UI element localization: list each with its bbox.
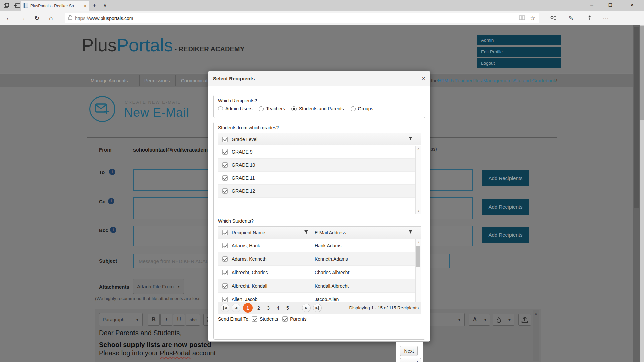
add-recipients-cc-button[interactable]: Add Recipients bbox=[482, 199, 529, 215]
web-note-pen-icon[interactable]: ✎ bbox=[564, 11, 578, 25]
send-parents-checkbox[interactable] bbox=[282, 316, 288, 322]
window-minimize-button[interactable]: – bbox=[584, 0, 599, 10]
student-checkbox[interactable] bbox=[222, 270, 228, 275]
grades-select-all-checkbox[interactable] bbox=[222, 137, 228, 142]
font-color-caret-icon[interactable]: ▼ bbox=[481, 318, 490, 322]
radio-groups[interactable] bbox=[351, 106, 356, 111]
grades-scroll-up-icon[interactable]: ∧ bbox=[416, 147, 421, 150]
send-students-label[interactable]: Students bbox=[260, 316, 278, 322]
next-button[interactable]: Next bbox=[400, 346, 418, 356]
grades-scroll-down-icon[interactable]: ∨ bbox=[416, 209, 421, 213]
nav-manage-accounts[interactable]: Manage Accounts bbox=[91, 74, 128, 88]
set-aside-tabs-icon[interactable] bbox=[3, 3, 9, 10]
grades-scrollbar[interactable]: ∧ ∨ bbox=[415, 146, 421, 214]
highlight-caret-icon[interactable]: ▼ bbox=[505, 318, 514, 322]
radio-groups-label[interactable]: Groups bbox=[358, 106, 373, 111]
editor-scroll-up-icon[interactable]: ∧ bbox=[533, 310, 539, 315]
bold-button[interactable]: B bbox=[148, 314, 160, 326]
upload-image-icon[interactable] bbox=[518, 314, 531, 326]
grade-row[interactable]: GRADE 11 bbox=[218, 172, 421, 185]
students-scroll-up-icon[interactable]: ∧ bbox=[416, 241, 421, 244]
radio-teachers-label[interactable]: Teachers bbox=[266, 106, 285, 111]
grade-checkbox[interactable] bbox=[222, 149, 228, 155]
grade-row[interactable]: GRADE 9 bbox=[218, 145, 421, 159]
browser-scrollbar-thumb[interactable] bbox=[640, 26, 644, 120]
pager-page-2[interactable]: 2 bbox=[255, 305, 262, 311]
home-icon[interactable]: ⌂ bbox=[44, 11, 58, 25]
student-checkbox[interactable] bbox=[222, 283, 228, 289]
nav-communicate[interactable]: Communicate bbox=[181, 74, 210, 88]
email-address-filter-icon[interactable] bbox=[408, 230, 413, 235]
cancel-button[interactable]: Cancel bbox=[400, 358, 421, 362]
grade-row[interactable]: GRADE 10 bbox=[218, 159, 421, 172]
more-options-icon[interactable]: ⋯ bbox=[599, 11, 612, 25]
change-email-fragment[interactable]: ss) bbox=[431, 146, 437, 152]
to-info-icon[interactable]: i bbox=[109, 169, 115, 175]
radio-students-and-parents[interactable] bbox=[291, 106, 297, 111]
radio-admin-users[interactable] bbox=[218, 106, 223, 111]
grade-level-column-header[interactable]: Grade Level bbox=[232, 137, 408, 142]
pager-page-4[interactable]: 4 bbox=[274, 305, 282, 311]
student-row[interactable]: Adams, HankHank.Adams bbox=[218, 239, 421, 252]
pager-first-button[interactable]: ◀ bbox=[221, 304, 229, 312]
student-row[interactable]: Adams, KennethKenneth.Adams bbox=[218, 252, 421, 266]
pager-page-current[interactable]: 1 bbox=[243, 303, 253, 313]
menu-edit-profile[interactable]: Edit Profile bbox=[477, 47, 561, 57]
pager-prev-button[interactable]: ◀ bbox=[232, 304, 240, 312]
student-checkbox[interactable] bbox=[222, 297, 228, 302]
tab-close-icon[interactable]: × bbox=[84, 3, 87, 9]
forward-icon[interactable]: → bbox=[16, 11, 30, 25]
menu-logout[interactable]: Logout bbox=[477, 58, 561, 68]
browser-tab[interactable]: PlusPortals - Rediker So × bbox=[21, 1, 89, 11]
window-close-button[interactable]: × bbox=[625, 0, 640, 10]
send-students-checkbox[interactable] bbox=[252, 316, 257, 322]
radio-teachers[interactable] bbox=[259, 106, 264, 111]
send-parents-label[interactable]: Parents bbox=[290, 316, 306, 322]
hub-favorites-icon[interactable] bbox=[547, 11, 560, 25]
back-icon[interactable]: ← bbox=[2, 11, 15, 25]
highlight-color-button[interactable]: ▼ bbox=[493, 314, 514, 326]
reading-view-icon[interactable] bbox=[519, 15, 525, 21]
pager-page-3[interactable]: 3 bbox=[265, 305, 272, 311]
nav-permissions[interactable]: Permissions bbox=[144, 74, 170, 88]
grades-filter-icon[interactable] bbox=[408, 136, 413, 142]
students-select-all-checkbox[interactable] bbox=[222, 230, 228, 235]
italic-button[interactable]: I bbox=[160, 314, 172, 326]
paragraph-select[interactable]: Paragraph ▼ bbox=[99, 313, 143, 326]
cc-info-icon[interactable]: i bbox=[108, 198, 114, 204]
favorite-star-icon[interactable]: ☆ bbox=[530, 15, 535, 22]
strikethrough-button[interactable]: abc bbox=[186, 314, 200, 326]
grade-checkbox[interactable] bbox=[222, 175, 228, 181]
pager-next-button[interactable]: ▶ bbox=[302, 304, 311, 312]
radio-admin-users-label[interactable]: Admin Users bbox=[225, 106, 252, 111]
grade-checkbox[interactable] bbox=[222, 188, 228, 194]
email-address-column-header[interactable]: E-Mail Address bbox=[311, 227, 415, 239]
window-maximize-button[interactable]: ☐ bbox=[603, 0, 618, 10]
tab-list-chevron-icon[interactable]: ∨ bbox=[103, 3, 107, 8]
recipient-name-filter-icon[interactable] bbox=[304, 230, 308, 235]
recipient-name-column-header[interactable]: Recipient Name bbox=[232, 227, 311, 239]
browser-scrollbar[interactable] bbox=[640, 25, 644, 362]
add-recipients-to-button[interactable]: Add Recipients bbox=[482, 170, 529, 186]
grade-row[interactable]: GRADE 12 bbox=[218, 185, 421, 198]
page-scrollbar[interactable] bbox=[633, 25, 640, 362]
announcement-link[interactable]: HTML5 TeacherPlus Management Site and Gr… bbox=[438, 78, 556, 83]
add-recipients-bcc-button[interactable]: Add Recipients bbox=[482, 227, 529, 243]
bcc-info-icon[interactable]: i bbox=[110, 227, 116, 233]
address-bar[interactable]: https://www.plusportals.com ☆ bbox=[65, 13, 539, 23]
underline-button[interactable]: U bbox=[173, 314, 185, 326]
attach-file-from-button[interactable]: Attach File From ▼ bbox=[133, 279, 184, 294]
dialog-close-icon[interactable]: × bbox=[422, 75, 425, 82]
student-row[interactable]: Albrecht, KendallKendall.Albrecht bbox=[218, 279, 421, 293]
editor-scrollbar[interactable]: ∧ bbox=[533, 310, 539, 361]
tabs-preview-icon[interactable] bbox=[14, 3, 21, 10]
pager-last-button[interactable]: ▶ bbox=[313, 304, 322, 312]
page-scrollbar-thumb[interactable] bbox=[634, 27, 639, 208]
pager-page-5[interactable]: 5 bbox=[284, 305, 291, 311]
grade-checkbox[interactable] bbox=[222, 162, 228, 168]
share-icon[interactable] bbox=[582, 11, 595, 25]
student-row[interactable]: Albrecht, CharlesCharles.Albrecht bbox=[218, 266, 421, 279]
new-tab-button[interactable]: + bbox=[93, 2, 96, 9]
student-checkbox[interactable] bbox=[222, 243, 228, 248]
students-scrollbar-thumb[interactable] bbox=[416, 246, 420, 267]
